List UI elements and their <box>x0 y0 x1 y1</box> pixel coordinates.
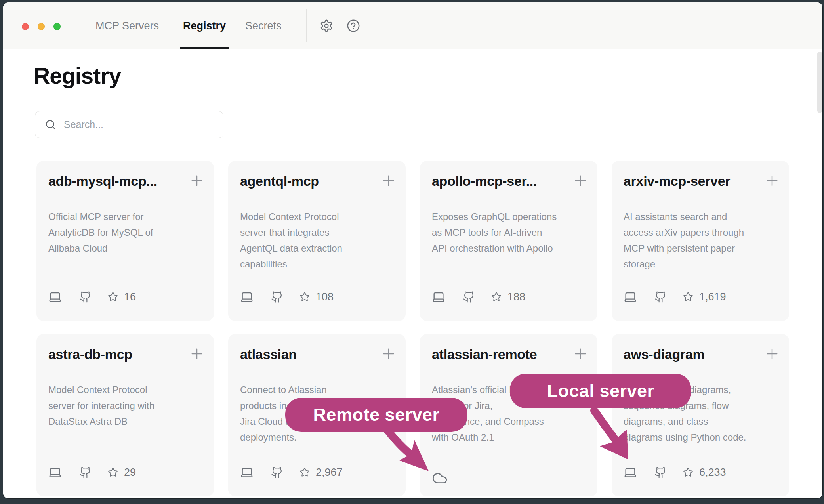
add-server-button[interactable] <box>188 172 206 190</box>
server-card[interactable]: atlassian Connect to Atlassian products … <box>228 334 406 496</box>
zoom-button[interactable] <box>53 23 61 30</box>
titlebar: MCP Servers Registry Secrets <box>3 2 822 49</box>
card-header: atlassian-remote <box>432 347 586 362</box>
server-description: Connect to Atlassian products including … <box>240 382 394 445</box>
server-type <box>432 470 448 486</box>
close-button[interactable] <box>22 23 29 30</box>
server-description: Generate AWS diagrams, sequence diagrams… <box>624 382 777 445</box>
tab-registry[interactable]: Registry <box>180 2 229 49</box>
card-header: arxiv-mcp-server <box>624 174 777 189</box>
laptop-icon <box>624 290 637 304</box>
github-icon <box>271 466 283 479</box>
server-card[interactable]: agentql-mcp Model Context Protocol serve… <box>228 161 406 321</box>
server-card[interactable]: arxiv-mcp-server AI assistants search an… <box>612 161 789 321</box>
star-count: 1,619 <box>699 291 726 303</box>
server-description: Exposes GraphQL operations as MCP tools … <box>432 209 586 256</box>
help-icon <box>347 19 360 32</box>
server-stats: 108 <box>240 290 334 304</box>
star-icon <box>108 467 118 477</box>
star-count: 108 <box>316 291 334 303</box>
card-header: adb-mysql-mcp... <box>48 174 202 189</box>
add-server-button[interactable] <box>380 172 398 190</box>
server-card[interactable]: apollo-mcp-ser... Exposes GraphQL operat… <box>420 161 597 321</box>
star-count: 6,233 <box>699 466 726 479</box>
star-count: 16 <box>124 291 136 303</box>
server-grid: adb-mysql-mcp... Official MCP server for… <box>36 161 789 496</box>
window-controls <box>22 23 61 30</box>
add-server-button[interactable] <box>571 345 589 363</box>
plus-icon <box>380 346 397 362</box>
star-icon <box>299 292 310 302</box>
scrollbar-thumb[interactable] <box>817 52 822 113</box>
server-name: arxiv-mcp-server <box>624 174 757 189</box>
add-server-button[interactable] <box>380 345 398 363</box>
plus-icon <box>764 172 780 189</box>
github-icon <box>654 466 667 479</box>
star-count: 188 <box>507 291 525 303</box>
server-card[interactable]: atlassian-remote Atlassian's official MC… <box>420 334 597 496</box>
github-icon <box>79 291 92 303</box>
server-card[interactable]: aws-diagram Generate AWS diagrams, seque… <box>612 334 789 496</box>
server-description: Atlassian's official MCP server for Jira… <box>432 382 586 445</box>
star-icon <box>299 467 310 477</box>
plus-icon <box>764 346 780 362</box>
search-icon <box>45 119 56 130</box>
server-description: AI assistants search and access arXiv pa… <box>624 209 777 272</box>
star-count: 2,967 <box>316 466 343 479</box>
server-card[interactable]: astra-db-mcp Model Context Protocol serv… <box>36 334 214 496</box>
tab-label: MCP Servers <box>95 20 159 32</box>
add-server-button[interactable] <box>188 345 206 363</box>
help-button[interactable] <box>347 19 360 32</box>
server-stats: 188 <box>432 290 525 304</box>
server-name: atlassian-remote <box>432 347 565 362</box>
tab-secrets[interactable]: Secrets <box>242 2 285 49</box>
laptop-icon <box>48 290 62 304</box>
server-stats: 1,619 <box>624 290 726 304</box>
star-icon <box>683 467 693 477</box>
gear-icon <box>320 19 333 32</box>
plus-icon <box>380 172 397 189</box>
server-name: apollo-mcp-ser... <box>432 174 565 189</box>
minimize-button[interactable] <box>38 23 45 30</box>
settings-button[interactable] <box>320 19 333 32</box>
card-header: astra-db-mcp <box>48 347 202 362</box>
titlebar-divider <box>306 9 307 42</box>
server-name: atlassian <box>240 347 373 362</box>
github-icon <box>271 291 283 303</box>
card-header: apollo-mcp-ser... <box>432 174 586 189</box>
laptop-icon <box>240 290 254 304</box>
server-card[interactable]: adb-mysql-mcp... Official MCP server for… <box>36 161 214 321</box>
github-icon <box>463 291 475 303</box>
search-box <box>35 111 223 138</box>
tab-label: Registry <box>183 20 226 32</box>
star-count: 29 <box>124 466 136 479</box>
server-stats: 16 <box>48 290 136 304</box>
laptop-icon <box>240 466 254 479</box>
search-input[interactable] <box>56 119 223 130</box>
add-server-button[interactable] <box>763 345 781 363</box>
server-description: Model Context Protocol server that integ… <box>240 209 394 272</box>
star-icon <box>491 292 502 302</box>
star-icon <box>683 292 693 302</box>
laptop-icon <box>48 466 62 479</box>
plus-icon <box>572 172 589 189</box>
cloud-icon <box>432 470 448 486</box>
page-title: Registry <box>34 63 121 89</box>
plus-icon <box>572 346 589 362</box>
tab-label: Secrets <box>245 20 282 32</box>
laptop-icon <box>624 466 637 479</box>
add-server-button[interactable] <box>763 172 781 190</box>
server-stats: 29 <box>48 466 136 479</box>
app-window: MCP Servers Registry Secrets Registry a <box>3 2 822 498</box>
plus-icon <box>189 172 205 189</box>
add-server-button[interactable] <box>571 172 589 190</box>
plus-icon <box>189 346 205 362</box>
server-description: Model Context Protocol server for intera… <box>48 382 202 430</box>
server-name: agentql-mcp <box>240 174 373 189</box>
tab-mcp-servers[interactable]: MCP Servers <box>92 2 162 49</box>
server-name: astra-db-mcp <box>48 347 181 362</box>
card-header: atlassian <box>240 347 394 362</box>
laptop-icon <box>432 290 445 304</box>
server-name: aws-diagram <box>624 347 757 362</box>
github-icon <box>79 466 92 479</box>
